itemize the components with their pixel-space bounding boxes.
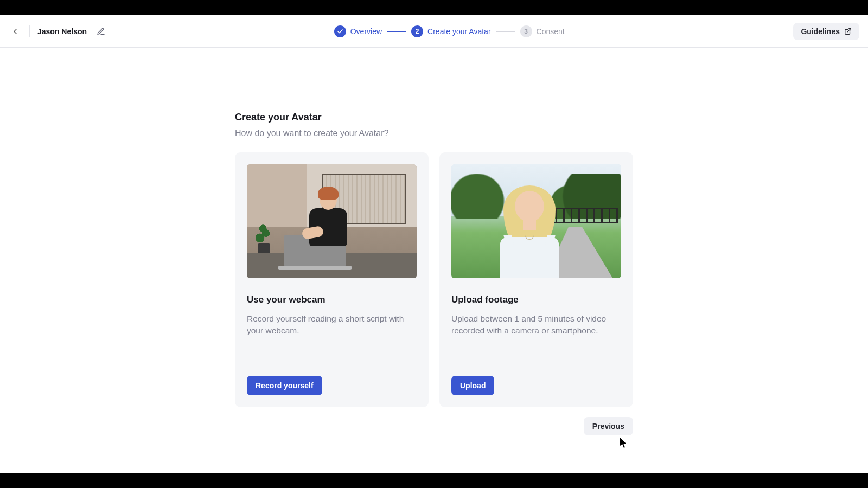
letterbox-top xyxy=(0,0,868,15)
stepper: Overview 2 Create your Avatar 3 Consent xyxy=(334,25,565,37)
step-create-avatar[interactable]: 2 Create your Avatar xyxy=(411,25,490,37)
card-upload-desc: Upload between 1 and 5 minutes of video … xyxy=(451,313,621,351)
back-button[interactable] xyxy=(9,25,22,38)
content: Create your Avatar How do you want to cr… xyxy=(0,48,868,435)
step-2-number: 2 xyxy=(416,28,419,35)
topbar-left: Jason Nelson xyxy=(9,25,105,38)
card-webcam-image xyxy=(247,164,417,278)
external-link-icon xyxy=(844,28,852,35)
previous-button[interactable]: Previous xyxy=(584,417,633,435)
page-subtitle: How do you want to create your Avatar? xyxy=(235,129,633,138)
card-webcam-title: Use your webcam xyxy=(247,294,417,305)
guidelines-label: Guidelines xyxy=(801,27,840,36)
letterbox-bottom xyxy=(0,473,868,488)
edit-name-button[interactable] xyxy=(97,27,105,36)
cursor-icon xyxy=(620,438,628,448)
app-frame: Jason Nelson Overview 2 Create your Avat… xyxy=(0,15,868,473)
check-icon xyxy=(337,28,343,35)
step-create-avatar-label: Create your Avatar xyxy=(427,27,490,36)
card-upload-title: Upload footage xyxy=(451,294,621,305)
step-overview[interactable]: Overview xyxy=(334,25,382,37)
step-consent-indicator: 3 xyxy=(520,25,532,37)
card-webcam[interactable]: Use your webcam Record yourself reading … xyxy=(235,152,429,407)
card-upload[interactable]: Upload footage Upload between 1 and 5 mi… xyxy=(439,152,633,407)
page-title: Create your Avatar xyxy=(235,112,633,123)
guidelines-button[interactable]: Guidelines xyxy=(793,23,859,40)
step-consent-label: Consent xyxy=(537,27,565,36)
svg-line-0 xyxy=(847,28,851,31)
step-consent: 3 Consent xyxy=(520,25,565,37)
record-yourself-button[interactable]: Record yourself xyxy=(247,376,322,395)
upload-button[interactable]: Upload xyxy=(451,376,494,395)
step-overview-indicator xyxy=(334,25,346,37)
footer-row: Previous xyxy=(235,417,633,435)
step-connector-2 xyxy=(496,31,515,32)
step-create-avatar-indicator: 2 xyxy=(411,25,423,37)
step-3-number: 3 xyxy=(524,28,528,35)
topbar: Jason Nelson Overview 2 Create your Avat… xyxy=(0,15,868,48)
step-overview-label: Overview xyxy=(350,27,382,36)
chevron-left-icon xyxy=(11,27,20,36)
divider xyxy=(29,25,30,37)
user-name: Jason Nelson xyxy=(37,27,87,36)
card-webcam-desc: Record yourself reading a short script w… xyxy=(247,313,417,351)
step-connector-1 xyxy=(387,31,406,32)
card-upload-image xyxy=(451,164,621,278)
option-cards: Use your webcam Record yourself reading … xyxy=(235,152,633,407)
pencil-icon xyxy=(97,27,105,36)
content-inner: Create your Avatar How do you want to cr… xyxy=(235,112,633,407)
